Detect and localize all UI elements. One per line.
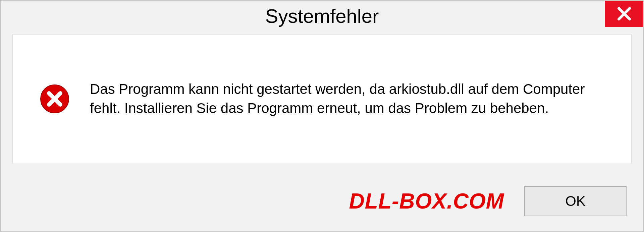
close-button[interactable] xyxy=(605,1,643,27)
error-message: Das Programm kann nicht gestartet werden… xyxy=(90,80,621,118)
close-icon xyxy=(617,6,632,21)
dialog-footer: DLL-BOX.COM OK xyxy=(1,171,643,231)
content-area: Das Programm kann nicht gestartet werden… xyxy=(12,34,632,163)
error-dialog: Systemfehler Das Programm kann nicht ges… xyxy=(0,0,644,232)
error-icon xyxy=(40,84,70,114)
watermark-text: DLL-BOX.COM xyxy=(349,189,504,214)
ok-button[interactable]: OK xyxy=(524,186,627,216)
dialog-title: Systemfehler xyxy=(265,5,379,27)
titlebar: Systemfehler xyxy=(1,1,643,31)
